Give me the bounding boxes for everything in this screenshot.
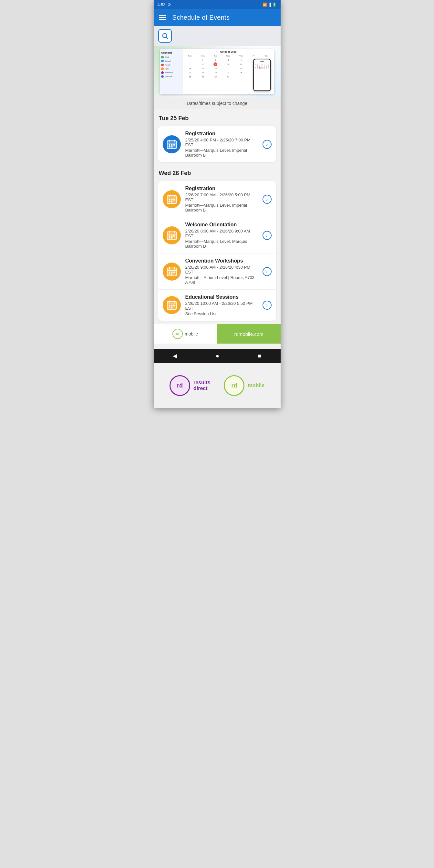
phone-mockup: Oct SMTWTFS 123456 78910111213 [253, 59, 271, 91]
event-card-orientation[interactable]: Welcome Orientation 2/26/20 8:00 AM - 2/… [158, 217, 276, 253]
content-area: Tue 25 Feb Registration 2 [154, 109, 281, 349]
svg-rect-21 [171, 201, 173, 202]
rd-mobile-row: rd mobile [224, 375, 265, 396]
event-time-orientation: 2/26/20 8:00 AM - 2/26/20 9:00 AM EST [185, 228, 258, 238]
date-section-wed: Wed 26 Feb [154, 164, 281, 179]
event-card-workshops[interactable]: Convention Workshops 2/26/20 9:00 AM - 2… [158, 253, 276, 290]
battery-icon: 🔋 [272, 3, 277, 7]
svg-rect-9 [173, 144, 175, 146]
home-icon: ● [216, 352, 219, 360]
svg-rect-50 [168, 307, 170, 308]
disclaimer-text: Dates/times subject to change [187, 101, 247, 106]
svg-rect-30 [168, 237, 170, 238]
results-direct-text: results direct [193, 380, 210, 392]
home-button[interactable]: ● [216, 352, 219, 360]
status-bar-right: 📶 ▐ 🔋 [262, 3, 277, 7]
event-icon-orange-4 [163, 296, 181, 314]
status-bar: 4:53 ⊙ 📶 ▐ 🔋 [154, 0, 281, 9]
svg-rect-39 [173, 272, 175, 273]
svg-rect-31 [171, 237, 173, 238]
recent-icon: ■ [258, 352, 261, 360]
svg-rect-27 [168, 236, 170, 237]
rd-brand-row: rd results direct [169, 375, 210, 396]
event-location-orientation: Marriott—Marquis Level, Marquis Ballroom… [185, 239, 258, 249]
recent-button[interactable]: ■ [258, 352, 261, 360]
results-text: results [193, 380, 210, 385]
direct-text: direct [193, 385, 210, 392]
event-card-registration-wed[interactable]: Registration 2/26/20 7:00 AM - 2/26/20 5… [158, 181, 276, 217]
svg-rect-38 [171, 272, 173, 273]
svg-rect-4 [167, 143, 176, 144]
event-location-reg-wed: Marriott—Marquis Level, Imperial Ballroo… [185, 203, 258, 213]
chevron-right-icon-3[interactable]: › [262, 231, 272, 240]
event-card-educational[interactable]: Educational Sessions 2/26/20 10:00 AM - … [158, 290, 276, 321]
calendar-mockup: Calendars Work School Family Gym Birthda… [160, 49, 274, 94]
calendar-svg-orange-1 [166, 194, 177, 205]
chevron-right-icon-5[interactable]: › [262, 301, 272, 310]
rd-logo-text: rd [176, 332, 179, 336]
wifi-icon: 📶 [262, 3, 267, 7]
event-icon-blue [163, 135, 181, 153]
event-location-educational: See Session List [185, 311, 258, 316]
date-section-tue: Tue 25 Feb [154, 109, 281, 124]
status-time: 4:53 [158, 2, 166, 7]
svg-point-0 [162, 34, 166, 38]
brand-results-direct: rd results direct [169, 375, 217, 396]
date-label-tue: Tue 25 Feb [159, 115, 189, 121]
svg-rect-40 [168, 273, 170, 275]
calendar-svg-blue [166, 139, 177, 150]
chevron-right-icon[interactable]: › [262, 140, 272, 149]
footer-logo-label: mobile [185, 331, 198, 337]
mobile-logo: rd [224, 375, 244, 396]
rd-logo: rd mobile [173, 329, 198, 339]
event-info-educational: Educational Sessions 2/26/20 10:00 AM - … [185, 294, 258, 316]
calendar-svg-orange-4 [166, 300, 177, 311]
event-time: 2/25/20 4:00 PM - 2/25/20 7:00 PM EST [185, 137, 258, 147]
status-bar-left: 4:53 ⊙ [158, 2, 171, 7]
android-nav-bar: ◀ ● ■ [154, 349, 281, 363]
svg-rect-44 [167, 304, 176, 304]
footer-website-button[interactable]: rdmobile.com [217, 324, 281, 344]
svg-rect-11 [171, 146, 173, 147]
svg-rect-29 [173, 236, 175, 237]
svg-rect-49 [173, 305, 175, 306]
event-title-educational: Educational Sessions [185, 294, 258, 300]
event-icon-orange-3 [163, 262, 181, 281]
search-button[interactable] [158, 29, 172, 42]
results-direct-logo: rd [169, 375, 190, 396]
event-title-workshops: Convention Workshops [185, 258, 258, 264]
event-card-registration-tue[interactable]: Registration 2/25/20 4:00 PM - 2/25/20 7… [158, 126, 276, 162]
svg-rect-8 [171, 144, 173, 146]
svg-rect-51 [171, 307, 173, 308]
back-button[interactable]: ◀ [173, 352, 177, 360]
event-icon-orange-2 [163, 226, 181, 244]
svg-rect-47 [168, 305, 170, 306]
footer-logo[interactable]: rd mobile [154, 324, 217, 344]
brand-mobile: rd mobile [217, 375, 265, 396]
chevron-right-icon-2[interactable]: › [262, 195, 272, 204]
chevron-right-icon-4[interactable]: › [262, 267, 272, 276]
menu-icon[interactable] [159, 15, 166, 20]
status-dot-icon: ⊙ [167, 2, 171, 7]
event-info-orientation: Welcome Orientation 2/26/20 8:00 AM - 2/… [185, 222, 258, 249]
svg-rect-48 [171, 305, 173, 306]
event-title-orientation: Welcome Orientation [185, 222, 258, 228]
nav-bar-title: Schedule of Events [173, 14, 230, 21]
date-label-wed: Wed 26 Feb [159, 170, 191, 176]
svg-rect-17 [168, 199, 170, 200]
nav-bar: Schedule of Events [154, 9, 281, 26]
calendar-svg-orange-3 [166, 266, 177, 277]
svg-rect-37 [168, 272, 170, 273]
search-icon [161, 32, 168, 39]
back-icon: ◀ [173, 352, 177, 360]
events-group-wed: Registration 2/26/20 7:00 AM - 2/26/20 5… [158, 181, 276, 321]
event-info-workshops: Convention Workshops 2/26/20 9:00 AM - 2… [185, 258, 258, 285]
search-area [154, 26, 281, 46]
svg-rect-18 [171, 199, 173, 200]
event-title-reg-wed: Registration [185, 186, 258, 191]
event-location-workshops: Marriott—Atrium Level | Rooms A703–A708 [185, 275, 258, 285]
svg-rect-7 [168, 144, 170, 146]
rd-circle-logo: rd [173, 329, 183, 339]
phone-container: 4:53 ⊙ 📶 ▐ 🔋 Schedule of Events [154, 0, 281, 408]
mobile-text: mobile [248, 383, 265, 389]
